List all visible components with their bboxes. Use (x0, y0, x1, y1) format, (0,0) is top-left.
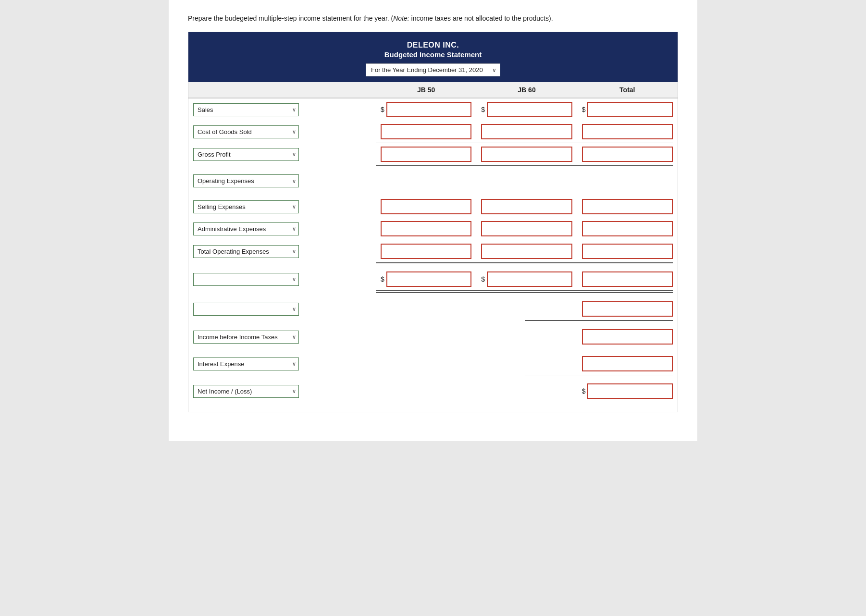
cogs-jb60-input[interactable] (481, 124, 572, 139)
sales-jb50-input[interactable] (386, 102, 472, 117)
table-row: Sales $ $ $ (188, 99, 678, 121)
total-op-jb60-input[interactable] (481, 244, 572, 259)
input-cell-sales-jb50: $ (376, 102, 476, 117)
selling-total-input[interactable] (582, 199, 673, 214)
selling-expenses-label-select[interactable]: Selling Expenses (193, 200, 299, 213)
input-cell-admin-jb50 (376, 221, 476, 236)
total-op-expenses-label-select[interactable]: Total Operating Expenses (193, 245, 299, 258)
input-cell-cogs-jb60 (476, 124, 577, 139)
input-cell-blank1-jb50: $ (376, 271, 476, 287)
total-op-total-input[interactable] (582, 244, 673, 259)
sales-total-input[interactable] (587, 102, 673, 117)
table-row: Interest Expense (188, 353, 678, 375)
table-row: Income before Income Taxes (188, 326, 678, 348)
admin-jb50-input[interactable] (381, 221, 471, 236)
net-income-total-input[interactable] (587, 383, 673, 399)
blank1-jb50-input[interactable] (386, 271, 472, 287)
income-before-taxes-label-select[interactable]: Income before Income Taxes (193, 331, 299, 344)
table-row: Administrative Expenses (188, 218, 678, 240)
input-cell-gross-profit-total (577, 147, 678, 162)
blank1-jb60-input[interactable] (487, 271, 572, 287)
gross-profit-jb60-input[interactable] (481, 147, 572, 162)
row-label-cell-selling: Selling Expenses (188, 200, 376, 213)
date-select-wrapper: For the Year Ending December 31, 2020 Fo… (366, 63, 500, 76)
gross-profit-jb50-input[interactable] (381, 147, 471, 162)
row-label-wrapper-net-income: Net Income / (Loss) (193, 385, 299, 398)
row-label-cell-cogs: Cost of Goods Sold (188, 125, 376, 138)
input-cell-cogs-total (577, 124, 678, 139)
row-label-cell-net-income: Net Income / (Loss) (188, 385, 376, 398)
row-label-wrapper-gross-profit: Gross Profit (193, 148, 299, 161)
row-label-wrapper-total-op: Total Operating Expenses (193, 245, 299, 258)
blank2-total-input[interactable] (582, 301, 673, 317)
input-cell-selling-jb60 (476, 199, 577, 214)
input-cell-selling-total (577, 199, 678, 214)
row-label-wrapper-selling: Selling Expenses (193, 200, 299, 213)
dollar-sign: $ (582, 106, 586, 113)
sales-jb60-input[interactable] (487, 102, 572, 117)
interest-total-input[interactable] (582, 356, 673, 371)
row-label-cell-gross-profit: Gross Profit (188, 148, 376, 161)
input-cell-selling-jb50 (376, 199, 476, 214)
gross-profit-label-select[interactable]: Gross Profit (193, 148, 299, 161)
row-label-wrapper-blank1 (193, 273, 299, 286)
row-label-wrapper-sales: Sales (193, 103, 299, 116)
input-cell-blank1-total (577, 271, 678, 287)
input-cell-admin-jb60 (476, 221, 577, 236)
net-income-label-select[interactable]: Net Income / (Loss) (193, 385, 299, 398)
col-header-jb60: JB 60 (476, 86, 577, 94)
table-body: Sales $ $ $ (188, 99, 678, 412)
table-row: Total Operating Expenses (188, 240, 678, 262)
cogs-total-input[interactable] (582, 124, 673, 139)
row-label-wrapper-blank2 (193, 303, 299, 316)
admin-jb60-input[interactable] (481, 221, 572, 236)
date-select[interactable]: For the Year Ending December 31, 2020 Fo… (366, 63, 500, 76)
col-header-jb50: JB 50 (376, 86, 476, 94)
row-label-wrapper-admin: Administrative Expenses (193, 222, 299, 235)
input-cell-blank1-jb60: $ (476, 271, 577, 287)
col-header-label (188, 86, 376, 94)
blank1-label-select[interactable] (193, 273, 299, 286)
input-cell-admin-total (577, 221, 678, 236)
input-cell-sales-jb60: $ (476, 102, 577, 117)
sales-label-select[interactable]: Sales (193, 103, 299, 116)
intro-paragraph: Prepare the budegeted multiple-step inco… (188, 14, 678, 22)
blank1-total-input[interactable] (582, 271, 673, 287)
row-label-wrapper-operating-expenses: Operating Expenses (193, 174, 299, 187)
statement-container: DELEON INC. Budgeted Income Statement Fo… (188, 32, 678, 412)
dollar-sign: $ (582, 387, 586, 395)
date-selector-row: For the Year Ending December 31, 2020 Fo… (193, 63, 673, 76)
input-cell-total-op-jb50 (376, 244, 476, 259)
table-row: Gross Profit (188, 143, 678, 165)
intro-text-before: Prepare the budegeted multiple-step inco… (188, 14, 393, 22)
row-label-cell-operating-expenses: Operating Expenses (188, 174, 376, 187)
row-label-cell-admin: Administrative Expenses (188, 222, 376, 235)
row-label-cell-total-op: Total Operating Expenses (188, 245, 376, 258)
page-wrapper: Prepare the budegeted multiple-step inco… (169, 0, 697, 441)
interest-expense-label-select[interactable]: Interest Expense (193, 357, 299, 370)
table-row: Operating Expenses (188, 171, 678, 191)
income-before-total-input[interactable] (582, 329, 673, 345)
row-label-wrapper-interest: Interest Expense (193, 357, 299, 370)
input-cell-blank2-total (577, 301, 678, 317)
gross-profit-total-input[interactable] (582, 147, 673, 162)
table-row: Cost of Goods Sold (188, 121, 678, 143)
admin-expenses-label-select[interactable]: Administrative Expenses (193, 222, 299, 235)
intro-note: Note: (393, 14, 409, 22)
input-cell-gross-profit-jb50 (376, 147, 476, 162)
col-header-total: Total (577, 86, 678, 94)
operating-expenses-label-select[interactable]: Operating Expenses (193, 174, 299, 187)
cogs-jb50-input[interactable] (381, 124, 471, 139)
cogs-label-select[interactable]: Cost of Goods Sold (193, 125, 299, 138)
selling-jb60-input[interactable] (481, 199, 572, 214)
input-cell-total-op-total (577, 244, 678, 259)
blank2-label-select[interactable] (193, 303, 299, 316)
table-row (188, 298, 678, 320)
dollar-sign: $ (481, 106, 485, 113)
column-headers: JB 50 JB 60 Total (188, 82, 678, 99)
total-op-jb50-input[interactable] (381, 244, 471, 259)
dollar-sign: $ (481, 275, 485, 283)
row-label-cell-income-before: Income before Income Taxes (188, 331, 376, 344)
selling-jb50-input[interactable] (381, 199, 471, 214)
admin-total-input[interactable] (582, 221, 673, 236)
